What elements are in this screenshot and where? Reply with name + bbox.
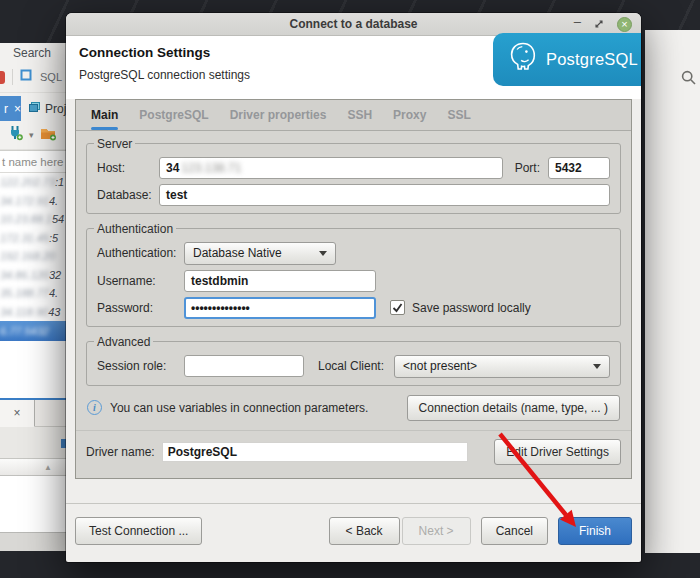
list-item[interactable]: 172.31.45:5 <box>0 229 66 248</box>
local-client-dropdown[interactable]: <not present> <box>394 355 610 378</box>
username-label: Username: <box>97 274 184 288</box>
postgresql-logo: PostgreSQL <box>493 33 641 86</box>
password-input[interactable]: •••••••••••••• <box>184 297 376 319</box>
dialog-header: Connection Settings PostgreSQL connectio… <box>66 36 641 99</box>
port-input[interactable]: 5432 <box>548 157 610 179</box>
local-client-label: Local Client: <box>318 359 384 373</box>
list-item-selected[interactable]: 6.77.5432 <box>0 321 66 341</box>
tab-database-navigator[interactable]: r × <box>0 96 21 121</box>
back-button[interactable]: < Back <box>329 517 400 545</box>
filter-placeholder-fragment: t name here <box>2 156 63 168</box>
menu-bar: Search SQ <box>0 43 66 62</box>
sort-ascending-icon[interactable]: ▲ <box>44 463 52 472</box>
local-client-value: <not present> <box>403 359 477 373</box>
tab-proxy[interactable]: Proxy <box>393 100 426 122</box>
navigator-toolbar: ▾ <box>0 121 66 150</box>
authentication-group-legend: Authentication <box>94 222 176 236</box>
sql-toolbar-label: SQL <box>40 71 62 83</box>
minimize-button[interactable]: – <box>574 17 581 27</box>
connect-database-dialog: Connect to a database – × Connection Set… <box>66 13 641 562</box>
close-button[interactable]: × <box>617 17 632 32</box>
info-icon: i <box>87 400 102 415</box>
search-icon[interactable] <box>681 70 697 90</box>
tab-main[interactable]: Main <box>91 100 118 130</box>
new-connection-icon[interactable] <box>8 125 23 145</box>
tab-postgresql[interactable]: PostgreSQL <box>139 100 208 122</box>
tab-label-fragment: r <box>4 102 8 116</box>
status-bar-fragment <box>0 532 66 551</box>
list-item[interactable]: 192.168.20 <box>0 247 66 266</box>
tab-projects[interactable]: Proj <box>21 96 66 121</box>
sql-script-icon[interactable] <box>20 68 33 86</box>
tab-label: Proj <box>45 102 66 116</box>
authentication-group: Authentication Authentication: Database … <box>86 222 621 327</box>
save-password-label: Save password locally <box>412 301 531 315</box>
server-group-legend: Server <box>94 137 135 151</box>
divider <box>76 430 631 431</box>
advanced-group-legend: Advanced <box>94 335 153 349</box>
info-text: You can use variables in connection para… <box>110 401 368 415</box>
tab-driver-properties[interactable]: Driver properties <box>230 100 327 122</box>
host-label: Host: <box>97 161 159 175</box>
background-app-right <box>645 30 700 553</box>
toolbar-separator <box>12 69 13 85</box>
password-label: Password: <box>97 301 184 315</box>
tab-strip: Main PostgreSQL Driver properties SSH Pr… <box>76 100 631 131</box>
finish-button[interactable]: Finish <box>558 517 632 545</box>
list-item[interactable]: 34.172.914. <box>0 192 66 211</box>
toolbar-icon-fragment[interactable] <box>0 71 5 84</box>
chevron-down-icon <box>593 364 601 373</box>
tab-ssh[interactable]: SSH <box>347 100 372 122</box>
dialog-footer: Test Connection ... < Back Next > Cancel… <box>66 479 641 562</box>
driver-name-input[interactable]: PostgreSQL <box>162 442 469 462</box>
authentication-type-label: Authentication: <box>97 246 184 260</box>
bottom-panel-tabs: × <box>0 400 66 427</box>
new-folder-icon[interactable] <box>40 126 57 145</box>
menu-search[interactable]: Search <box>13 46 51 60</box>
test-connection-button[interactable]: Test Connection ... <box>75 517 202 545</box>
grid-column-header[interactable]: ▲ <box>0 458 66 476</box>
elephant-icon <box>507 40 539 78</box>
list-item[interactable]: 122.202.73:1 <box>0 173 66 192</box>
connection-list: 122.202.73:1 34.172.914. 10.23.88.154 17… <box>0 173 66 321</box>
connection-details-button[interactable]: Connection details (name, type, ... ) <box>407 395 620 421</box>
settings-panel: Main PostgreSQL Driver properties SSH Pr… <box>75 99 632 479</box>
edit-driver-settings-button[interactable]: Edit Driver Settings <box>494 439 621 465</box>
authentication-type-dropdown[interactable]: Database Native <box>184 242 336 265</box>
username-input[interactable]: testdbmin <box>184 270 376 292</box>
cancel-button[interactable]: Cancel <box>481 517 548 545</box>
grid-empty-area <box>0 476 66 532</box>
navigator-empty-area <box>0 341 66 398</box>
close-icon[interactable]: × <box>13 406 20 420</box>
panel-toolbar-area <box>0 427 66 458</box>
close-icon[interactable]: × <box>14 102 21 116</box>
save-password-checkbox[interactable] <box>390 300 405 315</box>
port-label: Port: <box>515 161 540 175</box>
close-icon: × <box>621 18 627 30</box>
chevron-down-icon <box>319 251 327 260</box>
logo-wordmark: PostgreSQL <box>546 50 638 69</box>
host-value-redacted: 123.138.71 <box>181 161 241 175</box>
list-item[interactable]: 34.86.12032 <box>0 266 66 285</box>
host-value-visible: 34 <box>166 161 179 175</box>
panel-tab-close[interactable]: × <box>0 400 35 427</box>
view-tab-row: r × Proj <box>0 93 66 121</box>
tab-ssl[interactable]: SSL <box>447 100 470 122</box>
maximize-button[interactable] <box>594 15 604 33</box>
host-input[interactable]: 34 123.138.71 <box>159 157 503 179</box>
session-role-input[interactable] <box>184 355 304 377</box>
list-item[interactable]: 34.118.9043 <box>0 303 66 322</box>
advanced-group: Advanced Session role: Local Client: <no… <box>86 335 621 386</box>
navigator-filter-input[interactable]: t name here <box>0 150 66 173</box>
window-icon <box>28 101 41 116</box>
driver-name-label: Driver name: <box>86 445 155 459</box>
dialog-title: Connect to a database <box>289 17 417 31</box>
main-toolbar: SQL <box>0 62 66 93</box>
next-button[interactable]: Next > <box>402 517 471 545</box>
list-item[interactable]: 35.188.774. <box>0 284 66 303</box>
database-input[interactable]: test <box>159 184 610 206</box>
database-label: Database: <box>97 188 159 202</box>
authentication-type-value: Database Native <box>193 246 282 260</box>
chevron-down-icon[interactable]: ▾ <box>29 130 34 140</box>
list-item[interactable]: 10.23.88.154 <box>0 210 66 229</box>
